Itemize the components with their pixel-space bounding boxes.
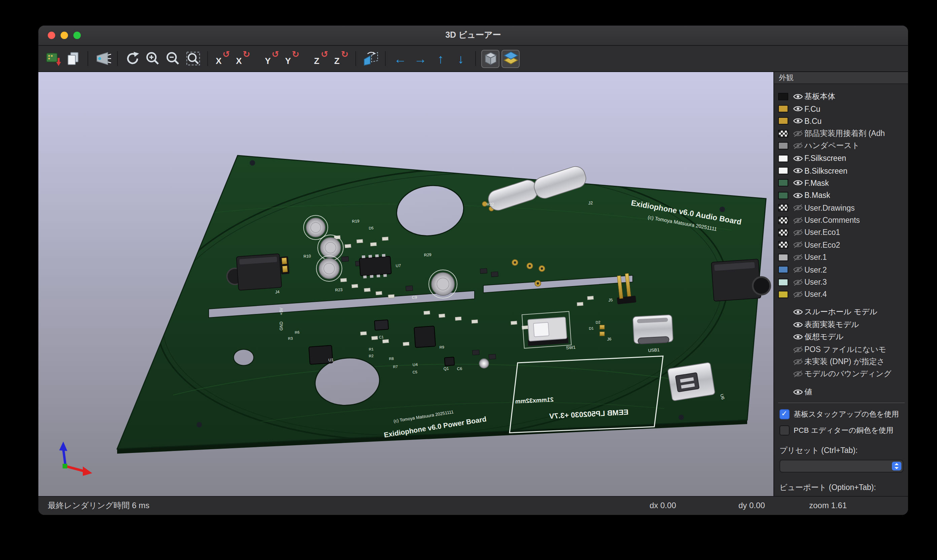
visibility-toggle-icon[interactable] <box>793 333 805 341</box>
layer-color-swatch[interactable] <box>778 142 788 150</box>
layer-row[interactable]: B.Silkscreen <box>778 165 908 177</box>
visibility-toggle-icon[interactable] <box>793 291 805 298</box>
layer-color-swatch[interactable] <box>778 117 788 125</box>
visibility-toggle-icon[interactable] <box>793 105 805 112</box>
zoom-in-button[interactable] <box>143 49 162 68</box>
layer-row[interactable]: ハンダペースト <box>778 140 908 152</box>
visibility-toggle-icon[interactable] <box>793 278 805 286</box>
layer-row[interactable]: 部品実装用接着剤 (Adh <box>778 127 908 140</box>
layer-row[interactable]: F.Cu <box>778 103 908 115</box>
layer-row[interactable]: POS ファイルにないモ <box>778 343 908 356</box>
visibility-toggle-icon[interactable] <box>793 130 805 137</box>
layer-color-swatch[interactable] <box>778 130 788 137</box>
stepper-icon[interactable] <box>892 462 901 471</box>
redraw-view-button[interactable] <box>123 49 142 68</box>
layer-row[interactable]: User.Drawings <box>778 202 908 214</box>
raytracing-button[interactable] <box>94 49 112 68</box>
layer-color-swatch[interactable] <box>778 179 788 187</box>
visibility-toggle-icon[interactable] <box>793 192 805 199</box>
layer-row[interactable]: 値 <box>778 386 908 398</box>
visibility-toggle-icon[interactable] <box>793 309 805 316</box>
visibility-toggle-icon[interactable] <box>793 388 805 395</box>
layer-color-swatch[interactable] <box>778 266 788 273</box>
layer-color-swatch[interactable] <box>778 216 788 224</box>
stackup-color-checkbox-row[interactable]: 基板スタックアップの色を使用 <box>780 409 906 420</box>
visibility-toggle-icon[interactable] <box>793 346 805 353</box>
stackup-color-checkbox[interactable] <box>780 409 789 420</box>
zoom-out-button[interactable] <box>163 49 182 68</box>
3d-scene[interactable]: Exidiophone v6.0 Audio Board (c) Tomoya … <box>38 72 774 498</box>
visibility-toggle-icon[interactable] <box>793 142 805 150</box>
layer-color-swatch[interactable] <box>778 167 788 174</box>
flip-board-button[interactable] <box>362 49 380 68</box>
visibility-toggle-icon[interactable] <box>793 241 805 249</box>
layer-color-swatch[interactable] <box>778 204 788 211</box>
layer-row[interactable]: 表面実装モデル <box>778 318 908 331</box>
silkscreen-ref: D2 <box>595 320 600 325</box>
layer-row[interactable]: User.1 <box>778 251 908 263</box>
layer-color-swatch[interactable] <box>778 192 788 199</box>
layer-row[interactable]: スルーホール モデル <box>778 306 908 318</box>
layer-color-swatch[interactable] <box>778 254 788 261</box>
pcb-copper-color-checkbox[interactable] <box>780 426 789 436</box>
rotate-y-cw-button[interactable]: Y↻ <box>283 49 301 68</box>
rotate-x-ccw-button[interactable]: X↺ <box>213 49 232 68</box>
layer-row[interactable]: B.Mask <box>778 189 908 202</box>
visibility-toggle-icon[interactable] <box>793 92 805 100</box>
layer-row[interactable]: モデルのバウンディング <box>778 368 908 380</box>
rotate-x-cw-button[interactable]: X↻ <box>234 49 252 68</box>
visibility-toggle-icon[interactable] <box>793 167 805 174</box>
visibility-toggle-icon[interactable] <box>793 179 805 187</box>
layer-color-swatch[interactable] <box>778 241 788 249</box>
move-right-button[interactable]: → <box>411 49 429 68</box>
layer-row[interactable]: F.Mask <box>778 177 908 189</box>
layer-row[interactable]: 仮想モデル <box>778 331 908 343</box>
layer-row[interactable]: User.2 <box>778 263 908 276</box>
layer-row[interactable]: F.Silkscreen <box>778 152 908 165</box>
layer-row[interactable]: User.4 <box>778 288 908 301</box>
move-down-button[interactable]: ↓ <box>452 49 470 68</box>
layer-row[interactable]: 基板本体 <box>778 90 908 103</box>
visibility-toggle-icon[interactable] <box>793 154 805 162</box>
visibility-toggle-icon[interactable] <box>793 254 805 261</box>
visibility-toggle-icon[interactable] <box>793 371 805 378</box>
layer-row[interactable]: User.3 <box>778 276 908 288</box>
layer-color-swatch[interactable] <box>778 154 788 162</box>
appearance-panel-button[interactable] <box>502 49 520 68</box>
layer-color-swatch[interactable] <box>778 291 788 298</box>
layer-row[interactable]: B.Cu <box>778 115 908 128</box>
layer-row[interactable]: User.Comments <box>778 214 908 226</box>
orthographic-projection-button[interactable] <box>481 49 500 68</box>
rotate-z-cw-button[interactable]: Z↻ <box>332 49 350 68</box>
3d-viewport[interactable]: Exidiophone v6.0 Audio Board (c) Tomoya … <box>38 72 774 498</box>
minimize-button[interactable] <box>61 32 68 39</box>
visibility-toggle-icon[interactable] <box>793 321 805 328</box>
move-left-button[interactable]: ← <box>391 49 409 68</box>
visibility-toggle-icon[interactable] <box>793 216 805 224</box>
pcb-copper-color-checkbox-row[interactable]: PCB エディターの銅色を使用 <box>780 426 906 436</box>
visibility-toggle-icon[interactable] <box>793 266 805 273</box>
layer-row[interactable]: User.Eco2 <box>778 238 908 251</box>
zoom-window-button[interactable] <box>73 32 81 39</box>
preset-select[interactable] <box>780 460 903 473</box>
visibility-toggle-icon[interactable] <box>793 358 805 366</box>
visibility-toggle-icon[interactable] <box>793 117 805 125</box>
rotate-y-ccw-button[interactable]: Y↺ <box>263 49 281 68</box>
layer-color-swatch[interactable] <box>778 92 788 100</box>
layer-color-swatch[interactable] <box>778 229 788 236</box>
visibility-toggle-icon[interactable] <box>793 229 805 236</box>
close-button[interactable] <box>48 32 55 39</box>
layer-label: User.Eco2 <box>805 241 840 249</box>
layer-color-swatch[interactable] <box>778 105 788 112</box>
layer-color-swatch[interactable] <box>778 278 788 286</box>
layer-row[interactable]: 未実装 (DNP) が指定さ <box>778 355 908 368</box>
reload-board-button[interactable] <box>44 49 62 68</box>
layer-row[interactable]: User.Eco1 <box>778 226 908 239</box>
move-up-button[interactable]: ↑ <box>431 49 450 68</box>
copy-image-button[interactable] <box>64 49 82 68</box>
visibility-toggle-icon[interactable] <box>793 204 805 211</box>
window-titlebar[interactable]: 3D ビューアー <box>38 26 908 46</box>
zoom-fit-button[interactable] <box>184 49 202 68</box>
rotate-z-ccw-button[interactable]: Z↺ <box>312 49 330 68</box>
pin-header-left <box>280 256 289 274</box>
